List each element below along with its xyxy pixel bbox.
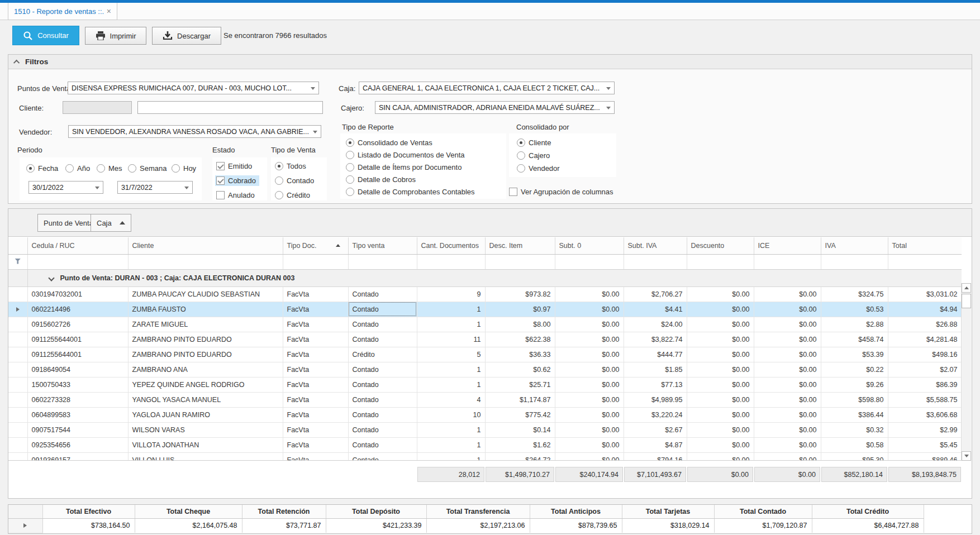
table-row[interactable]: 0925354656VILLOTA JONATHANFacVtaContado1…: [8, 437, 962, 452]
cell-total[interactable]: $5.45: [888, 437, 962, 452]
cell-cedula[interactable]: 0602273328: [27, 392, 128, 407]
cell-descuento[interactable]: $0.00: [687, 452, 754, 461]
cell-tipodoc[interactable]: FacVta: [283, 452, 348, 461]
cell-subt0[interactable]: $0.00: [555, 286, 624, 302]
column-header-tipodoc[interactable]: Tipo Doc.: [283, 237, 348, 254]
filter-cell-desc[interactable]: [485, 254, 555, 269]
cell-desc[interactable]: $264.72: [485, 452, 555, 461]
cajero-dropdown[interactable]: SIN CAJA, ADMINISTRADOR, ADRIANA ENEIDA …: [375, 101, 615, 114]
cell-tipodoc[interactable]: FacVta: [283, 362, 348, 377]
cell-subtiva[interactable]: $24.00: [624, 317, 687, 332]
column-header-descuento[interactable]: Descuento: [687, 237, 754, 254]
cell-descuento[interactable]: $0.00: [687, 286, 754, 302]
cell-total[interactable]: $3,606.68: [888, 407, 962, 422]
cell-cliente[interactable]: VILLON LUIS: [128, 452, 283, 461]
cell-cliente[interactable]: ZAMBRANO PINTO EDUARDO: [128, 347, 283, 362]
cell-cant[interactable]: 1: [417, 452, 485, 461]
filter-cell-ice[interactable]: [754, 254, 821, 269]
cell-descuento[interactable]: $0.00: [687, 422, 754, 437]
tipo-venta-radio-cre-dito[interactable]: Crédito: [275, 191, 310, 199]
filter-row[interactable]: [8, 254, 962, 269]
cell-tipoventa[interactable]: Contado: [348, 302, 417, 317]
column-header-subt0[interactable]: Subt. 0: [555, 237, 624, 254]
cliente-name-field[interactable]: [137, 101, 323, 114]
cell-tipoventa[interactable]: Contado: [348, 407, 417, 422]
cell-descuento[interactable]: $0.00: [687, 377, 754, 392]
table-row[interactable]: 0919369157VILLON LUISFacVtaContado1$264.…: [8, 452, 962, 461]
cell-ice[interactable]: $0.00: [754, 332, 821, 347]
cell-ice[interactable]: $0.00: [754, 347, 821, 362]
estado-checkbox-anulado[interactable]: Anulado: [216, 191, 255, 199]
cell-cedula[interactable]: 1500750433: [27, 377, 128, 392]
column-header-desc[interactable]: Desc. Item: [485, 237, 555, 254]
cell-cedula[interactable]: 0918649054: [27, 362, 128, 377]
cell-ice[interactable]: $0.00: [754, 362, 821, 377]
cell-total[interactable]: $4,281.48: [888, 332, 962, 347]
cell-cedula[interactable]: 0919369157: [27, 452, 128, 461]
cell-subtiva[interactable]: $4,989.95: [624, 392, 687, 407]
scrollbar-thumb[interactable]: [962, 294, 971, 308]
consolidado-radio-cajero[interactable]: Cajero: [517, 151, 550, 160]
cell-iva[interactable]: $53.39: [821, 347, 888, 362]
cell-iva[interactable]: $324.75: [821, 286, 888, 302]
cell-subtiva[interactable]: $4.87: [624, 437, 687, 452]
cell-cant[interactable]: 1: [417, 377, 485, 392]
table-row[interactable]: 0907517544WILSON VARASFacVtaContado1$0.1…: [8, 422, 962, 437]
cell-tipodoc[interactable]: FacVta: [283, 422, 348, 437]
cell-subt0[interactable]: $0.00: [555, 407, 624, 422]
tipo-reporte-radio-consolidado-de-ventas[interactable]: Consolidado de Ventas: [346, 138, 432, 147]
cell-cedula[interactable]: 0915602726: [27, 317, 128, 332]
cell-iva[interactable]: $386.44: [821, 407, 888, 422]
cell-subtiva[interactable]: $4.41: [624, 302, 687, 317]
cell-cedula[interactable]: 0301947032001: [27, 286, 128, 302]
table-row[interactable]: 0911255644001ZAMBRANO PINTO EDUARDOFacVt…: [8, 347, 962, 362]
cell-cant[interactable]: 1: [417, 362, 485, 377]
cell-total[interactable]: $5,588.75: [888, 392, 962, 407]
cell-total[interactable]: $498.16: [888, 347, 962, 362]
cell-tipoventa[interactable]: Contado: [348, 286, 417, 302]
consolidado-radio-vendedor[interactable]: Vendedor: [517, 164, 560, 173]
cell-iva[interactable]: $458.74: [821, 332, 888, 347]
cell-ice[interactable]: $0.00: [754, 407, 821, 422]
table-row[interactable]: 0918649054ZAMBRANO ANAFacVtaContado1$0.6…: [8, 362, 962, 377]
filter-cell-subtiva[interactable]: [624, 254, 687, 269]
cell-descuento[interactable]: $0.00: [687, 317, 754, 332]
table-row[interactable]: 0604899583YAGLOA JUAN RAMIROFacVtaContad…: [8, 407, 962, 422]
tab-reporte-de-ventas[interactable]: 1510 - Reporte de ventas ::. ×: [8, 3, 117, 20]
cell-descuento[interactable]: $0.00: [687, 332, 754, 347]
cell-tipoventa[interactable]: Contado: [348, 422, 417, 437]
periodo-radio-fecha[interactable]: Fecha: [26, 164, 58, 173]
cell-total[interactable]: $3,031.02: [888, 286, 962, 302]
date-from-field[interactable]: 30/1/2022: [28, 181, 103, 194]
ver-agrupacion-checkbox[interactable]: Ver Agrupación de columnas: [509, 188, 613, 196]
cell-ice[interactable]: $0.00: [754, 392, 821, 407]
group-row[interactable]: Punto de Venta: DURAN - 003 ; Caja: CAJA…: [8, 269, 962, 286]
cell-total[interactable]: $2.99: [888, 422, 962, 437]
table-row[interactable]: 0301947032001ZUMBA PAUCAY CLAUDIO SEBAST…: [8, 286, 962, 302]
puntos-de-venta-dropdown[interactable]: DISENSA EXPRESS RUMICHACA 007, DURAN - 0…: [68, 82, 319, 94]
cell-desc[interactable]: $8.00: [485, 317, 555, 332]
cell-cant[interactable]: 1: [417, 302, 485, 317]
tipo-reporte-radio-detalle-de-comprobantes-contables[interactable]: Detalle de Comprobantes Contables: [346, 188, 475, 196]
cell-total[interactable]: $26.88: [888, 317, 962, 332]
estado-checkbox-cobrado[interactable]: Cobrado: [215, 175, 259, 186]
cell-ice[interactable]: $0.00: [754, 302, 821, 317]
cell-ice[interactable]: $0.00: [754, 452, 821, 461]
cell-descuento[interactable]: $0.00: [687, 347, 754, 362]
cell-desc[interactable]: $622.38: [485, 332, 555, 347]
expand-chevron-icon[interactable]: [48, 275, 54, 281]
cell-desc[interactable]: $25.71: [485, 377, 555, 392]
cell-desc[interactable]: $973.82: [485, 286, 555, 302]
cell-tipoventa[interactable]: Contado: [348, 437, 417, 452]
filter-cell-descuento[interactable]: [687, 254, 754, 269]
table-row[interactable]: 0602214496ZUMBA FAUSTOFacVtaContado1$0.9…: [8, 302, 962, 317]
periodo-radio-an-o[interactable]: Año: [65, 164, 90, 173]
cell-ice[interactable]: $0.00: [754, 437, 821, 452]
cell-subt0[interactable]: $0.00: [555, 377, 624, 392]
cell-subtiva[interactable]: $1.85: [624, 362, 687, 377]
cell-desc[interactable]: $0.97: [485, 302, 555, 317]
cell-tipodoc[interactable]: FacVta: [283, 302, 348, 317]
cell-subt0[interactable]: $0.00: [555, 347, 624, 362]
cell-descuento[interactable]: $0.00: [687, 302, 754, 317]
cell-subt0[interactable]: $0.00: [555, 452, 624, 461]
